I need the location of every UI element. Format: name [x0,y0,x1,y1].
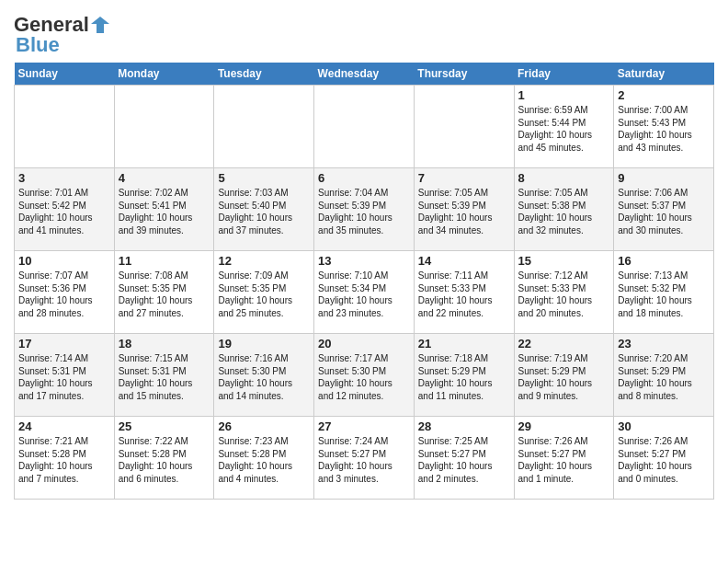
day-info: Sunrise: 7:06 AM Sunset: 5:37 PM Dayligh… [618,187,710,236]
day-info: Sunrise: 7:21 AM Sunset: 5:28 PM Dayligh… [18,435,110,485]
day-info: Sunrise: 7:16 AM Sunset: 5:30 PM Dayligh… [218,352,310,402]
calendar-cell: 29Sunrise: 7:26 AM Sunset: 5:27 PM Dayli… [514,417,614,500]
day-number: 23 [618,337,710,350]
calendar-cell: 14Sunrise: 7:11 AM Sunset: 5:33 PM Dayli… [414,251,514,334]
calendar-week-1: 1Sunrise: 6:59 AM Sunset: 5:44 PM Daylig… [15,86,714,168]
day-number: 25 [119,419,210,433]
weekday-header-saturday: Saturday [614,63,714,86]
calendar-cell: 17Sunrise: 7:14 AM Sunset: 5:31 PM Dayli… [15,334,115,417]
calendar-cell: 7Sunrise: 7:05 AM Sunset: 5:39 PM Daylig… [414,168,514,251]
day-info: Sunrise: 7:26 AM Sunset: 5:27 PM Dayligh… [518,435,610,485]
day-info: Sunrise: 7:20 AM Sunset: 5:29 PM Dayligh… [618,352,710,402]
day-number: 22 [518,337,610,350]
weekday-header-wednesday: Wednesday [314,63,415,86]
calendar-cell: 5Sunrise: 7:03 AM Sunset: 5:40 PM Daylig… [214,168,314,251]
calendar-week-5: 24Sunrise: 7:21 AM Sunset: 5:28 PM Dayli… [15,417,714,500]
day-info: Sunrise: 7:03 AM Sunset: 5:40 PM Dayligh… [218,187,310,236]
weekday-header-thursday: Thursday [414,63,514,86]
calendar-cell: 22Sunrise: 7:19 AM Sunset: 5:29 PM Dayli… [514,334,614,417]
day-number: 3 [18,171,110,185]
weekday-header-friday: Friday [514,63,614,86]
day-info: Sunrise: 7:01 AM Sunset: 5:42 PM Dayligh… [18,187,110,236]
weekday-header-sunday: Sunday [15,63,115,86]
calendar-cell: 16Sunrise: 7:13 AM Sunset: 5:32 PM Dayli… [614,251,714,334]
day-info: Sunrise: 7:14 AM Sunset: 5:31 PM Dayligh… [18,352,110,402]
day-number: 21 [418,337,510,350]
day-info: Sunrise: 7:19 AM Sunset: 5:29 PM Dayligh… [518,352,610,402]
calendar-cell: 19Sunrise: 7:16 AM Sunset: 5:30 PM Dayli… [214,334,314,417]
day-number: 26 [218,419,310,433]
day-number: 10 [18,254,110,268]
day-info: Sunrise: 7:24 AM Sunset: 5:27 PM Dayligh… [318,435,410,485]
calendar-cell: 3Sunrise: 7:01 AM Sunset: 5:42 PM Daylig… [15,168,115,251]
day-number: 27 [318,419,410,433]
day-number: 17 [18,337,110,350]
calendar-cell: 6Sunrise: 7:04 AM Sunset: 5:39 PM Daylig… [314,168,415,251]
day-number: 7 [418,171,510,185]
calendar-cell: 2Sunrise: 7:00 AM Sunset: 5:43 PM Daylig… [614,86,714,168]
day-info: Sunrise: 7:04 AM Sunset: 5:39 PM Dayligh… [318,187,410,236]
logo-blue-text: Blue [14,33,60,57]
calendar-cell: 18Sunrise: 7:15 AM Sunset: 5:31 PM Dayli… [114,334,214,417]
day-number: 13 [318,254,410,268]
day-number: 28 [418,419,510,433]
day-number: 9 [618,171,710,185]
logo: General Blue [14,13,109,57]
day-info: Sunrise: 7:25 AM Sunset: 5:27 PM Dayligh… [418,435,510,485]
calendar-cell: 12Sunrise: 7:09 AM Sunset: 5:35 PM Dayli… [214,251,314,334]
calendar-week-2: 3Sunrise: 7:01 AM Sunset: 5:42 PM Daylig… [15,168,714,251]
day-number: 12 [218,254,310,268]
calendar-cell: 4Sunrise: 7:02 AM Sunset: 5:41 PM Daylig… [114,168,214,251]
day-info: Sunrise: 7:09 AM Sunset: 5:35 PM Dayligh… [218,270,310,319]
day-info: Sunrise: 7:10 AM Sunset: 5:34 PM Dayligh… [318,270,410,319]
day-info: Sunrise: 7:05 AM Sunset: 5:38 PM Dayligh… [518,187,610,236]
calendar-cell-empty [214,86,314,168]
day-number: 19 [218,337,310,350]
day-number: 20 [318,337,410,350]
calendar-cell: 11Sunrise: 7:08 AM Sunset: 5:35 PM Dayli… [114,251,214,334]
day-number: 2 [618,88,710,102]
day-info: Sunrise: 7:17 AM Sunset: 5:30 PM Dayligh… [318,352,410,402]
day-number: 18 [119,337,210,350]
day-number: 11 [119,254,210,268]
day-number: 16 [618,254,710,268]
calendar-cell: 1Sunrise: 6:59 AM Sunset: 5:44 PM Daylig… [514,86,614,168]
calendar-cell: 10Sunrise: 7:07 AM Sunset: 5:36 PM Dayli… [15,251,115,334]
weekday-header-monday: Monday [114,63,214,86]
day-info: Sunrise: 7:02 AM Sunset: 5:41 PM Dayligh… [119,187,210,236]
calendar-cell: 28Sunrise: 7:25 AM Sunset: 5:27 PM Dayli… [414,417,514,500]
weekday-header-row: SundayMondayTuesdayWednesdayThursdayFrid… [15,63,714,86]
calendar-cell: 30Sunrise: 7:26 AM Sunset: 5:27 PM Dayli… [614,417,714,500]
day-number: 4 [119,171,210,185]
day-number: 5 [218,171,310,185]
calendar-cell: 27Sunrise: 7:24 AM Sunset: 5:27 PM Dayli… [314,417,415,500]
day-info: Sunrise: 7:11 AM Sunset: 5:33 PM Dayligh… [418,270,510,319]
day-number: 24 [18,419,110,433]
day-info: Sunrise: 7:26 AM Sunset: 5:27 PM Dayligh… [618,435,710,485]
day-number: 8 [518,171,610,185]
day-number: 6 [318,171,410,185]
calendar-cell-empty [314,86,415,168]
day-number: 29 [518,419,610,433]
weekday-header-tuesday: Tuesday [214,63,314,86]
day-info: Sunrise: 7:08 AM Sunset: 5:35 PM Dayligh… [119,270,210,319]
day-info: Sunrise: 7:15 AM Sunset: 5:31 PM Dayligh… [119,352,210,402]
calendar-cell: 15Sunrise: 7:12 AM Sunset: 5:33 PM Dayli… [514,251,614,334]
day-info: Sunrise: 7:07 AM Sunset: 5:36 PM Dayligh… [18,270,110,319]
calendar-cell-empty [114,86,214,168]
calendar-cell: 23Sunrise: 7:20 AM Sunset: 5:29 PM Dayli… [614,334,714,417]
calendar-cell: 21Sunrise: 7:18 AM Sunset: 5:29 PM Dayli… [414,334,514,417]
day-info: Sunrise: 7:05 AM Sunset: 5:39 PM Dayligh… [418,187,510,236]
calendar-cell: 20Sunrise: 7:17 AM Sunset: 5:30 PM Dayli… [314,334,415,417]
calendar-cell: 9Sunrise: 7:06 AM Sunset: 5:37 PM Daylig… [614,168,714,251]
calendar-cell: 24Sunrise: 7:21 AM Sunset: 5:28 PM Dayli… [15,417,115,500]
calendar-cell: 25Sunrise: 7:22 AM Sunset: 5:28 PM Dayli… [114,417,214,500]
day-info: Sunrise: 7:13 AM Sunset: 5:32 PM Dayligh… [618,270,710,319]
calendar-cell: 26Sunrise: 7:23 AM Sunset: 5:28 PM Dayli… [214,417,314,500]
calendar-cell-empty [414,86,514,168]
day-info: Sunrise: 6:59 AM Sunset: 5:44 PM Dayligh… [518,104,610,154]
calendar-cell-empty [15,86,115,168]
calendar-table: SundayMondayTuesdayWednesdayThursdayFrid… [14,63,714,500]
svg-marker-0 [91,17,109,33]
calendar-cell: 13Sunrise: 7:10 AM Sunset: 5:34 PM Dayli… [314,251,415,334]
